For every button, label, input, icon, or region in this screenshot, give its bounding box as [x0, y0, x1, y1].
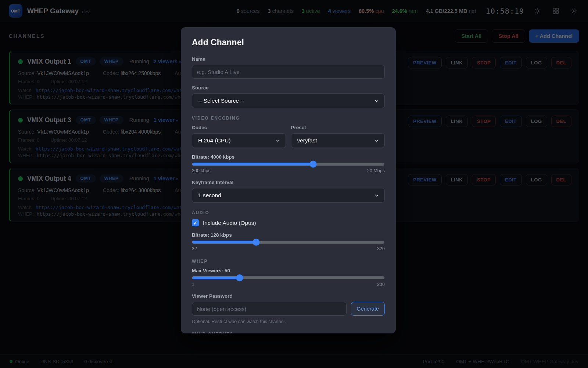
source-select[interactable]: -- Select Source -- [192, 93, 385, 108]
video-bitrate-max: 20 Mbps [367, 168, 385, 173]
whep-section-header: WHEP [192, 259, 385, 264]
name-label: Name [192, 56, 385, 62]
modal-title: Add Channel [192, 38, 385, 47]
max-viewers-label: Max Viewers: 50 [192, 268, 385, 273]
video-encoding-section-header: VIDEO ENCODING [192, 116, 385, 121]
audio-section-header: AUDIO [192, 210, 385, 215]
max-viewers-max: 200 [377, 282, 385, 287]
video-bitrate-min: 200 kbps [192, 168, 211, 173]
chevron-down-icon [374, 98, 379, 103]
keyframe-select[interactable]: 1 second [192, 188, 385, 203]
codec-select[interactable]: H.264 (CPU) [192, 133, 286, 148]
chevron-down-icon [275, 138, 280, 143]
channel-name-input[interactable] [192, 65, 385, 79]
preset-select[interactable]: veryfast [291, 133, 385, 148]
generate-password-button[interactable]: Generate [351, 302, 385, 316]
include-audio-label: Include Audio (Opus) [203, 220, 256, 226]
chevron-down-icon [374, 193, 379, 198]
slider-thumb[interactable] [236, 275, 243, 282]
include-audio-checkbox[interactable]: ✓ [192, 219, 199, 226]
viewer-password-input[interactable] [192, 302, 347, 316]
max-viewers-min: 1 [192, 282, 194, 287]
whip-outputs-section-header: WHIP OUTPUTS [192, 332, 385, 333]
password-hint: Optional. Restrict who can watch this ch… [192, 319, 385, 324]
slider-thumb[interactable] [253, 239, 260, 246]
codec-label: Codec [192, 125, 286, 130]
audio-bitrate-max: 320 [377, 246, 385, 251]
max-viewers-slider[interactable] [192, 276, 384, 279]
audio-bitrate-label: Bitrate: 128 kbps [192, 232, 385, 238]
audio-bitrate-min: 32 [192, 246, 197, 251]
preset-label: Preset [291, 125, 385, 130]
chevron-down-icon [374, 138, 379, 143]
audio-bitrate-slider[interactable] [192, 241, 384, 244]
video-bitrate-slider[interactable] [192, 163, 384, 166]
viewer-password-label: Viewer Password [192, 293, 385, 299]
keyframe-label: Keyframe Interval [192, 180, 385, 185]
add-channel-modal: Add Channel Name Source -- Select Source… [181, 27, 396, 333]
slider-thumb[interactable] [310, 161, 317, 168]
video-bitrate-label: Bitrate: 4000 kbps [192, 154, 385, 160]
source-label: Source [192, 85, 385, 91]
